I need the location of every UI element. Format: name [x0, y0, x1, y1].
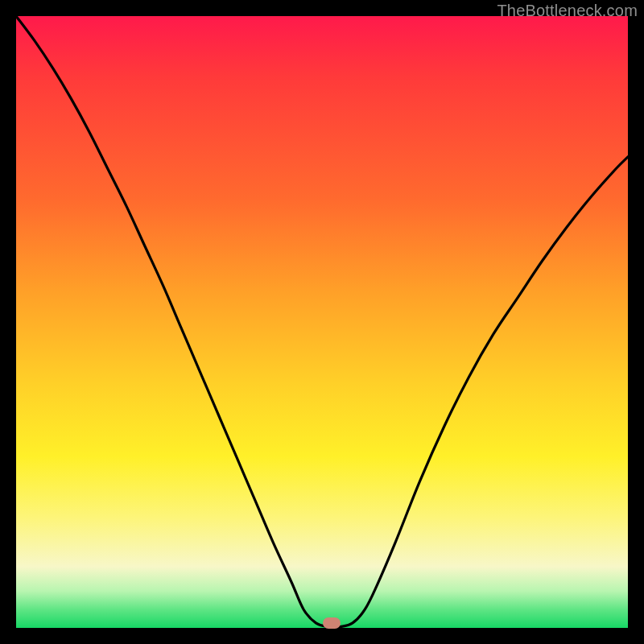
optimal-point-marker: [323, 617, 341, 629]
watermark-label: TheBottleneck.com: [497, 2, 638, 20]
chart-frame: TheBottleneck.com: [0, 0, 644, 644]
bottleneck-curve: [16, 16, 628, 628]
